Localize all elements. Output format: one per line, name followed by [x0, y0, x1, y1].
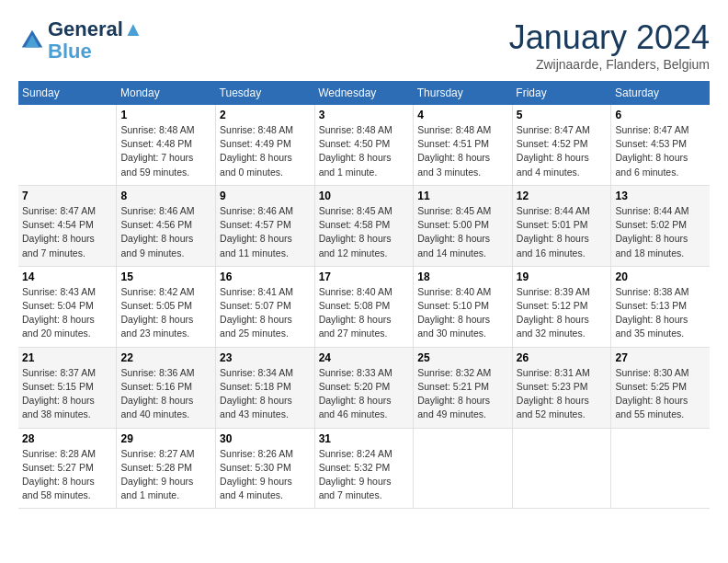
calendar-header-row: SundayMondayTuesdayWednesdayThursdayFrid…	[18, 81, 710, 105]
day-cell: 3Sunrise: 8:48 AM Sunset: 4:50 PM Daylig…	[314, 105, 414, 185]
day-cell: 27Sunrise: 8:30 AM Sunset: 5:25 PM Dayli…	[611, 347, 710, 428]
day-cell: 7Sunrise: 8:47 AM Sunset: 4:54 PM Daylig…	[18, 185, 117, 266]
day-cell: 8Sunrise: 8:46 AM Sunset: 4:56 PM Daylig…	[117, 185, 216, 266]
day-info: Sunrise: 8:43 AM Sunset: 5:04 PM Dayligh…	[22, 285, 112, 341]
day-cell: 26Sunrise: 8:31 AM Sunset: 5:23 PM Dayli…	[512, 347, 611, 428]
day-cell: 2Sunrise: 8:48 AM Sunset: 4:49 PM Daylig…	[216, 105, 315, 185]
day-number: 2	[220, 109, 311, 121]
day-info: Sunrise: 8:30 AM Sunset: 5:25 PM Dayligh…	[615, 366, 706, 422]
day-cell	[611, 428, 710, 509]
subtitle: Zwijnaarde, Flanders, Belgium	[509, 57, 710, 72]
day-number: 11	[417, 190, 508, 202]
day-cell	[414, 428, 513, 509]
day-number: 29	[120, 432, 211, 445]
day-cell	[512, 428, 611, 509]
day-cell: 17Sunrise: 8:40 AM Sunset: 5:08 PM Dayli…	[314, 266, 414, 347]
day-number: 14	[22, 270, 112, 283]
day-number: 5	[517, 109, 608, 121]
day-number: 15	[120, 270, 211, 283]
day-cell: 19Sunrise: 8:39 AM Sunset: 5:12 PM Dayli…	[512, 266, 611, 347]
day-cell: 9Sunrise: 8:46 AM Sunset: 4:57 PM Daylig…	[216, 185, 315, 266]
day-cell: 18Sunrise: 8:40 AM Sunset: 5:10 PM Dayli…	[414, 266, 513, 347]
header-sunday: Sunday	[18, 81, 117, 105]
calendar-table: SundayMondayTuesdayWednesdayThursdayFrid…	[18, 81, 710, 509]
day-cell: 28Sunrise: 8:28 AM Sunset: 5:27 PM Dayli…	[18, 428, 117, 509]
day-cell	[18, 105, 117, 185]
week-row-3: 14Sunrise: 8:43 AM Sunset: 5:04 PM Dayli…	[18, 266, 710, 347]
day-number: 21	[22, 351, 112, 364]
day-cell: 15Sunrise: 8:42 AM Sunset: 5:05 PM Dayli…	[117, 266, 216, 347]
day-info: Sunrise: 8:28 AM Sunset: 5:27 PM Dayligh…	[22, 447, 112, 503]
week-row-4: 21Sunrise: 8:37 AM Sunset: 5:15 PM Dayli…	[18, 347, 710, 428]
day-number: 18	[417, 270, 508, 283]
day-number: 9	[220, 190, 311, 202]
week-row-1: 1Sunrise: 8:48 AM Sunset: 4:48 PM Daylig…	[18, 105, 710, 185]
header-friday: Friday	[512, 81, 611, 105]
day-number: 4	[417, 109, 508, 121]
day-info: Sunrise: 8:39 AM Sunset: 5:12 PM Dayligh…	[517, 285, 608, 341]
day-info: Sunrise: 8:37 AM Sunset: 5:15 PM Dayligh…	[22, 366, 112, 422]
day-info: Sunrise: 8:42 AM Sunset: 5:05 PM Dayligh…	[120, 285, 211, 341]
day-cell: 16Sunrise: 8:41 AM Sunset: 5:07 PM Dayli…	[216, 266, 315, 347]
header-saturday: Saturday	[611, 81, 710, 105]
day-info: Sunrise: 8:40 AM Sunset: 5:08 PM Dayligh…	[319, 285, 410, 341]
day-cell: 31Sunrise: 8:24 AM Sunset: 5:32 PM Dayli…	[314, 428, 414, 509]
day-info: Sunrise: 8:46 AM Sunset: 4:56 PM Dayligh…	[120, 204, 211, 260]
month-title: January 2024	[509, 18, 710, 57]
day-cell: 30Sunrise: 8:26 AM Sunset: 5:30 PM Dayli…	[216, 428, 315, 509]
day-number: 12	[517, 190, 608, 202]
day-cell: 14Sunrise: 8:43 AM Sunset: 5:04 PM Dayli…	[18, 266, 117, 347]
day-number: 8	[120, 190, 211, 202]
day-info: Sunrise: 8:47 AM Sunset: 4:52 PM Dayligh…	[517, 123, 608, 179]
week-row-2: 7Sunrise: 8:47 AM Sunset: 4:54 PM Daylig…	[18, 185, 710, 266]
day-cell: 24Sunrise: 8:33 AM Sunset: 5:20 PM Dayli…	[314, 347, 414, 428]
day-number: 27	[615, 351, 706, 364]
day-info: Sunrise: 8:48 AM Sunset: 4:49 PM Dayligh…	[220, 123, 311, 179]
day-info: Sunrise: 8:47 AM Sunset: 4:53 PM Dayligh…	[615, 123, 706, 179]
logo: General▲ Blue	[18, 18, 143, 63]
day-info: Sunrise: 8:48 AM Sunset: 4:51 PM Dayligh…	[417, 123, 508, 179]
header-tuesday: Tuesday	[216, 81, 315, 105]
day-number: 3	[319, 109, 410, 121]
day-cell: 20Sunrise: 8:38 AM Sunset: 5:13 PM Dayli…	[611, 266, 710, 347]
day-info: Sunrise: 8:44 AM Sunset: 5:02 PM Dayligh…	[615, 204, 706, 260]
day-info: Sunrise: 8:47 AM Sunset: 4:54 PM Dayligh…	[22, 204, 112, 260]
day-number: 28	[22, 432, 112, 445]
day-cell: 1Sunrise: 8:48 AM Sunset: 4:48 PM Daylig…	[117, 105, 216, 185]
day-info: Sunrise: 8:45 AM Sunset: 5:00 PM Dayligh…	[417, 204, 508, 260]
day-cell: 25Sunrise: 8:32 AM Sunset: 5:21 PM Dayli…	[414, 347, 513, 428]
day-info: Sunrise: 8:33 AM Sunset: 5:20 PM Dayligh…	[319, 366, 410, 422]
day-number: 16	[220, 270, 311, 283]
day-number: 31	[319, 432, 410, 445]
header-monday: Monday	[117, 81, 216, 105]
day-number: 17	[319, 270, 410, 283]
day-info: Sunrise: 8:40 AM Sunset: 5:10 PM Dayligh…	[417, 285, 508, 341]
day-cell: 10Sunrise: 8:45 AM Sunset: 4:58 PM Dayli…	[314, 185, 414, 266]
day-info: Sunrise: 8:48 AM Sunset: 4:50 PM Dayligh…	[319, 123, 410, 179]
day-info: Sunrise: 8:32 AM Sunset: 5:21 PM Dayligh…	[417, 366, 508, 422]
day-cell: 23Sunrise: 8:34 AM Sunset: 5:18 PM Dayli…	[216, 347, 315, 428]
day-number: 7	[22, 190, 112, 202]
day-info: Sunrise: 8:34 AM Sunset: 5:18 PM Dayligh…	[220, 366, 311, 422]
day-number: 13	[615, 190, 706, 202]
day-info: Sunrise: 8:36 AM Sunset: 5:16 PM Dayligh…	[120, 366, 211, 422]
day-info: Sunrise: 8:38 AM Sunset: 5:13 PM Dayligh…	[615, 285, 706, 341]
day-cell: 4Sunrise: 8:48 AM Sunset: 4:51 PM Daylig…	[414, 105, 513, 185]
day-number: 6	[615, 109, 706, 121]
day-cell: 29Sunrise: 8:27 AM Sunset: 5:28 PM Dayli…	[117, 428, 216, 509]
logo-text: General▲ Blue	[48, 18, 143, 63]
day-number: 25	[417, 351, 508, 364]
day-info: Sunrise: 8:48 AM Sunset: 4:48 PM Dayligh…	[120, 123, 211, 179]
day-number: 23	[220, 351, 311, 364]
day-cell: 12Sunrise: 8:44 AM Sunset: 5:01 PM Dayli…	[512, 185, 611, 266]
day-info: Sunrise: 8:24 AM Sunset: 5:32 PM Dayligh…	[319, 447, 410, 503]
day-cell: 21Sunrise: 8:37 AM Sunset: 5:15 PM Dayli…	[18, 347, 117, 428]
day-number: 20	[615, 270, 706, 283]
day-info: Sunrise: 8:46 AM Sunset: 4:57 PM Dayligh…	[220, 204, 311, 260]
day-info: Sunrise: 8:27 AM Sunset: 5:28 PM Dayligh…	[120, 447, 211, 503]
day-number: 24	[319, 351, 410, 364]
day-number: 10	[319, 190, 410, 202]
day-cell: 5Sunrise: 8:47 AM Sunset: 4:52 PM Daylig…	[512, 105, 611, 185]
day-number: 26	[517, 351, 608, 364]
day-number: 22	[120, 351, 211, 364]
